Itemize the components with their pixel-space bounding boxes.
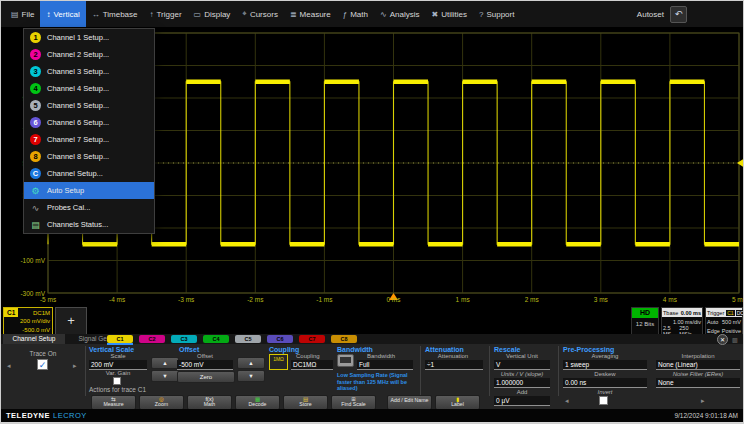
label-button[interactable]: ▮Label bbox=[435, 395, 480, 410]
bandwidth-header: Bandwidth bbox=[337, 346, 373, 353]
channel-pill-c2[interactable]: C2 bbox=[139, 335, 165, 343]
menu-item-channel-6-setup[interactable]: 6Channel 6 Setup... bbox=[24, 114, 154, 131]
y-axis-label: -100 mV bbox=[3, 257, 45, 264]
close-dialog-button[interactable]: ✕ bbox=[717, 334, 728, 345]
menu-item-channels-status[interactable]: ▤Channels Status... bbox=[24, 216, 154, 233]
menu-item-channel-3-setup[interactable]: 3Channel 3 Setup... bbox=[24, 63, 154, 80]
add-trace-button[interactable]: + bbox=[55, 307, 87, 335]
menu-analysis[interactable]: ∿Analysis bbox=[374, 1, 426, 27]
var-gain-label: Var. Gain bbox=[89, 370, 147, 376]
add-edit-name-button[interactable]: Add / Edit Name bbox=[387, 395, 432, 410]
deskew-field[interactable]: 0.00 ns bbox=[563, 378, 647, 388]
attenuation-dropdown[interactable]: ÷1 bbox=[425, 360, 483, 370]
menu-support[interactable]: ?Support bbox=[473, 1, 520, 27]
channel-pill-c1[interactable]: C1 bbox=[107, 335, 133, 343]
scale-increment-button[interactable]: ▲ bbox=[151, 357, 179, 369]
menu-vertical[interactable]: ↕Vertical bbox=[40, 1, 85, 27]
menu-item-label: Channel Setup... bbox=[47, 169, 103, 178]
trigger-level-marker bbox=[737, 158, 744, 168]
prev-trace-arrow[interactable]: ◂ bbox=[7, 362, 11, 370]
menu-item-probes-cal[interactable]: ∿Probes Cal... bbox=[24, 199, 154, 216]
preproc-next-arrow[interactable]: ▸ bbox=[701, 397, 705, 405]
invert-checkbox[interactable] bbox=[599, 396, 608, 405]
autoset-button[interactable]: Autoset bbox=[637, 10, 664, 19]
measure-button[interactable]: ⇆Measure bbox=[91, 395, 136, 410]
x-axis-label: 0 ms bbox=[379, 296, 409, 303]
menu-display[interactable]: ▭Display bbox=[188, 1, 237, 27]
undo-autoset-icon[interactable]: ↶ bbox=[670, 6, 687, 23]
decode-button[interactable]: ▦Decode bbox=[235, 395, 280, 410]
timebase-descriptor[interactable]: Tbase 0.00 ms 1.00 ms/div 2.5 MS 250 MS/… bbox=[661, 307, 703, 335]
noise-filter-field[interactable]: None bbox=[656, 378, 740, 388]
trigger-mode: Auto bbox=[707, 319, 718, 325]
trigger-descriptor[interactable]: Trigger C1 DC Auto 500 mV Edge Positive bbox=[705, 307, 743, 335]
brand-lecroy: LECROY bbox=[53, 411, 87, 420]
menu-file[interactable]: ▤File bbox=[5, 1, 40, 27]
next-trace-arrow[interactable]: ▸ bbox=[73, 362, 77, 370]
menu-item-channel-7-setup[interactable]: 7Channel 7 Setup... bbox=[24, 131, 154, 148]
x-axis-label: -5 ms bbox=[33, 296, 63, 303]
trace-on-checkbox[interactable]: ✓ bbox=[37, 359, 48, 370]
add-field[interactable]: 0 μV bbox=[494, 396, 550, 406]
x-axis-label: 4 ms bbox=[655, 296, 685, 303]
math-button[interactable]: f(x)Math bbox=[187, 395, 232, 410]
preprocessing-header: Pre-Processing bbox=[563, 346, 614, 353]
channel-pill-c6[interactable]: C6 bbox=[267, 335, 293, 343]
menu-item-auto-setup[interactable]: ⚙Auto Setup bbox=[24, 182, 154, 199]
store-button[interactable]: ▤Store bbox=[283, 395, 328, 410]
menu-utilities[interactable]: ✖Utilities bbox=[425, 1, 472, 27]
averaging-field[interactable]: 1 sweep bbox=[563, 360, 647, 370]
scale-field[interactable]: 200 mV bbox=[89, 360, 147, 370]
offset-header: Offset bbox=[179, 346, 199, 353]
tab-channel-setup[interactable]: Channel Setup bbox=[3, 334, 65, 344]
bandwidth-dropdown[interactable]: Full bbox=[357, 360, 413, 370]
vertical-scale-header: Vertical Scale bbox=[89, 346, 134, 353]
zoom-button[interactable]: ◎Zoom bbox=[139, 395, 184, 410]
button-label: Measure bbox=[92, 402, 135, 408]
channel-pill-c5[interactable]: C5 bbox=[235, 335, 261, 343]
channel-pill-c3[interactable]: C3 bbox=[171, 335, 197, 343]
vertical-unit-field[interactable]: V bbox=[494, 360, 550, 370]
offset-increment-button[interactable]: ▲ bbox=[237, 357, 265, 369]
button-label: Find Scale bbox=[332, 402, 375, 408]
menu-item-channel-5-setup[interactable]: 5Channel 5 Setup... bbox=[24, 97, 154, 114]
coupling-dropdown[interactable]: DC1MΩ bbox=[291, 360, 333, 370]
var-gain-checkbox[interactable] bbox=[113, 377, 121, 385]
channel-pill-c4[interactable]: C4 bbox=[203, 335, 229, 343]
menu-item-channel-8-setup[interactable]: 8Channel 8 Setup... bbox=[24, 148, 154, 165]
channel-c1-descriptor[interactable]: C1 DC1M 200 mV/div -500.0 mV bbox=[3, 307, 53, 335]
menu-measure[interactable]: ≣Measure bbox=[284, 1, 337, 27]
menu-cursors[interactable]: ⌖Cursors bbox=[236, 1, 284, 27]
menu-item-label: Probes Cal... bbox=[47, 203, 90, 212]
channel-pill-c8[interactable]: C8 bbox=[331, 335, 357, 343]
menu-item-label: File bbox=[22, 10, 35, 19]
offset-field[interactable]: -500 mV bbox=[177, 360, 233, 370]
menu-math[interactable]: ƒMath bbox=[337, 1, 374, 27]
units-per-v-field[interactable]: 1.000000 bbox=[494, 378, 550, 388]
vertical-arrows-icon: ↕ bbox=[46, 10, 50, 19]
brand-teledyne: TELEDYNE bbox=[6, 411, 50, 420]
offset-label: Offset bbox=[177, 353, 233, 359]
vertical-unit-label: Vertical Unit bbox=[494, 353, 550, 359]
dock-icon[interactable]: ▥ bbox=[732, 336, 738, 343]
preproc-prev-arrow[interactable]: ◂ bbox=[565, 397, 569, 405]
channel-pill-c7[interactable]: C7 bbox=[299, 335, 325, 343]
hd-mode-descriptor[interactable]: HD 12 Bits bbox=[631, 307, 659, 335]
button-label: Add / Edit Name bbox=[388, 396, 431, 403]
interpolation-field[interactable]: None (Linear) bbox=[656, 360, 740, 370]
find-scale-button[interactable]: ⊞Find Scale bbox=[331, 395, 376, 410]
offset-decrement-button[interactable]: ▼ bbox=[237, 370, 265, 382]
menu-item-label: Channel 3 Setup... bbox=[47, 67, 109, 76]
scale-decrement-button[interactable]: ▼ bbox=[151, 370, 179, 382]
menu-trigger[interactable]: ↑Trigger bbox=[144, 1, 188, 27]
x-axis-label: -2 ms bbox=[240, 296, 270, 303]
menu-item-channel-setup[interactable]: CChannel Setup... bbox=[24, 165, 154, 182]
channel-setup-dialog: Channel Setup Signal Generator C1C2C3C4C… bbox=[1, 334, 743, 409]
menu-item-channel-2-setup[interactable]: 2Channel 2 Setup... bbox=[24, 46, 154, 63]
zero-offset-button[interactable]: Zero bbox=[177, 371, 235, 383]
menu-item-channel-4-setup[interactable]: 4Channel 4 Setup... bbox=[24, 80, 154, 97]
trace-on-label: Trace On bbox=[1, 350, 85, 357]
noise-filter-label: Noise Filter (ERes) bbox=[656, 371, 740, 377]
menu-timebase[interactable]: ↔Timebase bbox=[86, 1, 144, 27]
menu-item-channel-1-setup[interactable]: 1Channel 1 Setup... bbox=[24, 29, 154, 46]
